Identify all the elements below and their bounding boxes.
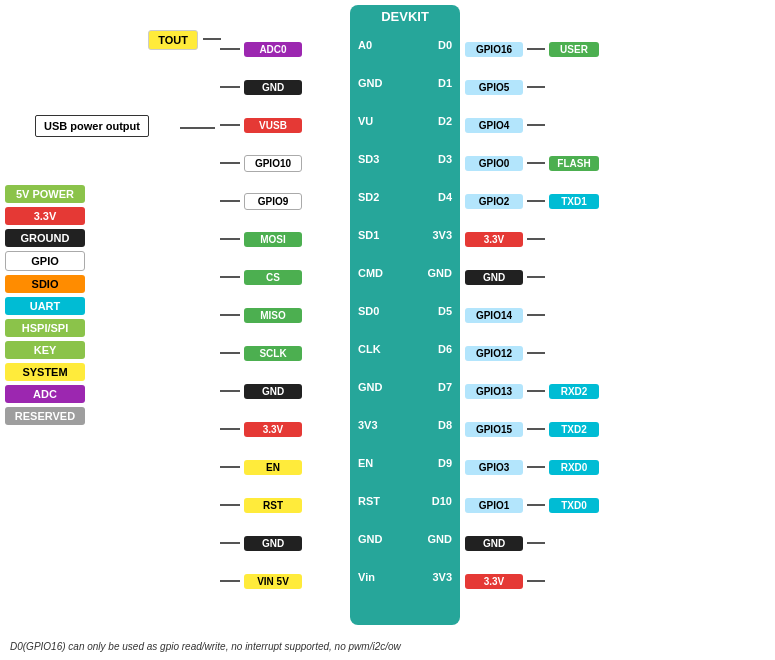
legend-item: GPIO	[5, 251, 85, 271]
usb-power-label: USB power output	[35, 115, 149, 137]
left-pin-row: 3.3V	[220, 410, 302, 448]
devkit-pin-row: RSTD10	[350, 482, 460, 520]
left-pins-container: ADC0GNDVUSBGPIO10GPIO9MOSICSMISOSCLKGND3…	[220, 30, 302, 600]
right-pin-row: GPIO14	[465, 296, 599, 334]
left-pin-row: GPIO10	[220, 144, 302, 182]
legend-item: 3.3V	[5, 207, 85, 225]
right-pin-row: GPIO0FLASH	[465, 144, 599, 182]
devkit-pin-row: 3V3D8	[350, 406, 460, 444]
usb-line	[180, 127, 215, 129]
legend: 5V POWER3.3VGROUNDGPIOSDIOUARTHSPI/SPIKE…	[5, 185, 85, 425]
right-pin-row: GPIO13RXD2	[465, 372, 599, 410]
right-pin-row: GND	[465, 524, 599, 562]
right-pin-row: GPIO4	[465, 106, 599, 144]
devkit-pins: A0D0GNDD1VUD2SD3D3SD2D4SD13V3CMDGNDSD0D5…	[350, 26, 460, 625]
main-container: DEVKIT A0D0GNDD1VUD2SD3D3SD2D4SD13V3CMDG…	[0, 0, 775, 660]
right-pin-row: GPIO5	[465, 68, 599, 106]
legend-item: RESERVED	[5, 407, 85, 425]
right-pin-row: GPIO16USER	[465, 30, 599, 68]
right-pin-row: GPIO3RXD0	[465, 448, 599, 486]
left-pin-row: CS	[220, 258, 302, 296]
left-pin-row: MOSI	[220, 220, 302, 258]
legend-item: SDIO	[5, 275, 85, 293]
devkit-title: DEVKIT	[381, 5, 429, 26]
tout-label: TOUT	[148, 30, 198, 50]
left-pin-row: RST	[220, 486, 302, 524]
left-pin-row: SCLK	[220, 334, 302, 372]
devkit-pin-row: VUD2	[350, 102, 460, 140]
devkit-pin-row: SD2D4	[350, 178, 460, 216]
left-pin-row: ADC0	[220, 30, 302, 68]
right-pin-row: 3.3V	[465, 562, 599, 600]
left-pin-row: GPIO9	[220, 182, 302, 220]
devkit-pin-row: SD0D5	[350, 292, 460, 330]
left-pin-row: GND	[220, 372, 302, 410]
devkit-pin-row: A0D0	[350, 26, 460, 64]
devkit-pin-row: END9	[350, 444, 460, 482]
legend-item: 5V POWER	[5, 185, 85, 203]
legend-item: UART	[5, 297, 85, 315]
right-pin-row: 3.3V	[465, 220, 599, 258]
footer-note: D0(GPIO16) can only be used as gpio read…	[10, 641, 401, 652]
left-pin-row: VUSB	[220, 106, 302, 144]
left-pin-row: EN	[220, 448, 302, 486]
legend-item: SYSTEM	[5, 363, 85, 381]
left-pin-row: GND	[220, 68, 302, 106]
right-pins-container: GPIO16USERGPIO5GPIO4GPIO0FLASHGPIO2TXD13…	[465, 30, 599, 600]
devkit-board: DEVKIT A0D0GNDD1VUD2SD3D3SD2D4SD13V3CMDG…	[350, 5, 460, 625]
devkit-pin-row: Vin3V3	[350, 558, 460, 596]
right-pin-row: GND	[465, 258, 599, 296]
right-pin-row: GPIO15TXD2	[465, 410, 599, 448]
right-pin-row: GPIO12	[465, 334, 599, 372]
devkit-pin-row: SD13V3	[350, 216, 460, 254]
legend-item: KEY	[5, 341, 85, 359]
legend-item: ADC	[5, 385, 85, 403]
right-pin-row: GPIO1TXD0	[465, 486, 599, 524]
right-pin-row: GPIO2TXD1	[465, 182, 599, 220]
tout-line	[203, 38, 221, 40]
legend-item: GROUND	[5, 229, 85, 247]
legend-item: HSPI/SPI	[5, 319, 85, 337]
devkit-pin-row: CMDGND	[350, 254, 460, 292]
left-pin-row: GND	[220, 524, 302, 562]
devkit-pin-row: GNDD7	[350, 368, 460, 406]
devkit-pin-row: GNDD1	[350, 64, 460, 102]
left-pin-row: MISO	[220, 296, 302, 334]
devkit-pin-row: CLKD6	[350, 330, 460, 368]
left-pin-row: VIN 5V	[220, 562, 302, 600]
devkit-pin-row: SD3D3	[350, 140, 460, 178]
devkit-pin-row: GNDGND	[350, 520, 460, 558]
